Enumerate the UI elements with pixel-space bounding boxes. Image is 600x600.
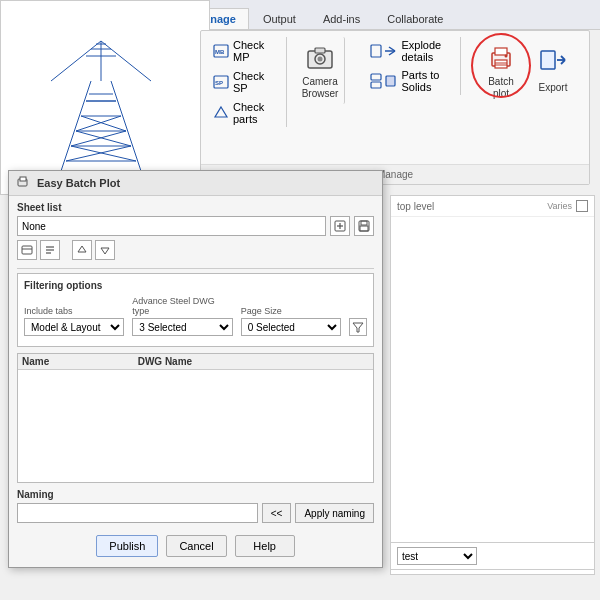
- help-button[interactable]: Help: [235, 535, 295, 557]
- page-size-col: Page Size 0 Selected: [241, 306, 341, 336]
- explode-details-button[interactable]: Explode details: [365, 37, 452, 65]
- parts-to-solids-button[interactable]: Parts to Solids: [365, 67, 452, 95]
- files-table: Name DWG Name: [17, 353, 374, 483]
- svg-text:MB: MB: [215, 49, 225, 55]
- include-tabs-col: Include tabs Model & Layout: [24, 306, 124, 336]
- export-icon: [537, 47, 569, 79]
- filter-icon-btn[interactable]: [349, 318, 367, 336]
- check-mp-button[interactable]: MB Check MP: [209, 37, 274, 65]
- sheet-list-section: Sheet list None: [17, 202, 374, 260]
- svg-line-0: [61, 81, 91, 171]
- naming-section: Naming << Apply naming: [17, 489, 374, 523]
- dialog-title: Easy Batch Plot: [37, 177, 120, 189]
- toolbar-btn-4[interactable]: [95, 240, 115, 260]
- svg-line-18: [51, 41, 101, 81]
- toolbar-row: [17, 240, 374, 260]
- right-panel-top: top level Varies: [391, 196, 594, 217]
- dialog-titlebar-icon: [17, 175, 31, 191]
- check-mp-label: Check MP: [233, 39, 270, 63]
- svg-line-1: [111, 81, 141, 171]
- camera-browser-button[interactable]: CameraBrowser: [295, 37, 345, 104]
- table-header: Name DWG Name: [18, 354, 373, 370]
- naming-arrow-btn[interactable]: <<: [262, 503, 292, 523]
- svg-marker-63: [353, 323, 363, 332]
- batch-plot-button[interactable]: Batch plot: [475, 37, 527, 104]
- camera-browser-icon: [304, 41, 336, 73]
- right-panel-checkbox[interactable]: [576, 200, 588, 212]
- svg-point-30: [317, 57, 322, 62]
- toolbar-btn-3[interactable]: [72, 240, 92, 260]
- batch-plot-label: Batch plot: [481, 76, 521, 100]
- svg-line-19: [101, 41, 151, 81]
- svg-rect-29: [315, 48, 325, 53]
- svg-rect-40: [495, 60, 507, 68]
- check-parts-button[interactable]: Check parts: [209, 99, 274, 127]
- svg-rect-54: [361, 221, 367, 225]
- explode-group: Explode details Parts to Solids: [357, 37, 461, 95]
- svg-line-13: [81, 116, 126, 131]
- right-panel: top level Varies: [390, 195, 595, 575]
- svg-rect-31: [371, 45, 381, 57]
- sheet-list-select[interactable]: None: [17, 216, 326, 236]
- svg-rect-44: [541, 51, 555, 69]
- include-tabs-select[interactable]: Model & Layout: [24, 318, 124, 336]
- explode-details-label: Explode details: [401, 39, 448, 63]
- svg-marker-62: [101, 248, 109, 254]
- check-mp-icon: MB: [213, 43, 229, 59]
- svg-rect-56: [22, 246, 32, 254]
- naming-label: Naming: [17, 489, 374, 500]
- svg-point-43: [505, 55, 508, 58]
- page-size-label: Page Size: [241, 306, 341, 316]
- svg-rect-35: [371, 74, 381, 80]
- naming-input[interactable]: [17, 503, 258, 523]
- easy-batch-plot-dialog: Easy Batch Plot Sheet list None: [8, 170, 383, 568]
- sheet-list-save-btn[interactable]: [354, 216, 374, 236]
- svg-line-10: [71, 131, 126, 146]
- svg-text:SP: SP: [215, 80, 223, 86]
- publish-button[interactable]: Publish: [96, 535, 158, 557]
- parts-to-solids-label: Parts to Solids: [401, 69, 448, 93]
- export-button[interactable]: Export: [531, 43, 575, 98]
- check-parts-icon: [213, 105, 229, 121]
- sheet-list-add-btn[interactable]: [330, 216, 350, 236]
- sheet-list-label: Sheet list: [17, 202, 374, 213]
- filter-row: Include tabs Model & Layout Advance Stee…: [24, 296, 367, 336]
- top-level-label: top level: [397, 201, 434, 212]
- varies-label: Varies: [547, 201, 572, 211]
- apply-naming-btn[interactable]: Apply naming: [295, 503, 374, 523]
- svg-line-8: [66, 146, 131, 161]
- tab-output[interactable]: Output: [250, 8, 309, 29]
- sheet-list-row: None: [17, 216, 374, 236]
- svg-rect-39: [495, 48, 507, 55]
- drawing-canvas: [0, 0, 210, 195]
- svg-line-9: [71, 146, 136, 161]
- check-sp-label: Check SP: [233, 70, 270, 94]
- tab-collaborate[interactable]: Collaborate: [374, 8, 456, 29]
- svg-line-12: [76, 116, 121, 131]
- table-col-name: Name: [22, 356, 138, 367]
- toolbar-btn-1[interactable]: [17, 240, 37, 260]
- svg-marker-61: [78, 246, 86, 252]
- svg-rect-37: [386, 76, 395, 86]
- toolbar-btn-2[interactable]: [40, 240, 60, 260]
- dialog-body: Sheet list None: [9, 196, 382, 567]
- check-sp-icon: SP: [213, 74, 229, 90]
- drawing-svg: [1, 1, 211, 196]
- cancel-button[interactable]: Cancel: [166, 535, 226, 557]
- panel-footer-select[interactable]: test: [397, 547, 477, 565]
- ribbon-panel: MB Check MP SP Check SP: [200, 30, 590, 185]
- svg-rect-36: [371, 82, 381, 88]
- page-size-select[interactable]: 0 Selected: [241, 318, 341, 336]
- tab-addins[interactable]: Add-ins: [310, 8, 373, 29]
- filtering-options-title: Filtering options: [24, 280, 367, 291]
- check-sp-button[interactable]: SP Check SP: [209, 68, 274, 96]
- dialog-titlebar: Easy Batch Plot: [9, 171, 382, 196]
- batch-plot-icon: [485, 41, 517, 73]
- svg-rect-49: [20, 177, 26, 181]
- filtering-options-section: Filtering options Include tabs Model & L…: [17, 273, 374, 347]
- advance-steel-col: Advance Steel DWG type 3 Selected: [132, 296, 232, 336]
- camera-browser-label: CameraBrowser: [302, 76, 339, 100]
- include-tabs-label: Include tabs: [24, 306, 124, 316]
- table-col-dwg: DWG Name: [138, 356, 369, 367]
- advance-steel-select[interactable]: 3 Selected: [132, 318, 232, 336]
